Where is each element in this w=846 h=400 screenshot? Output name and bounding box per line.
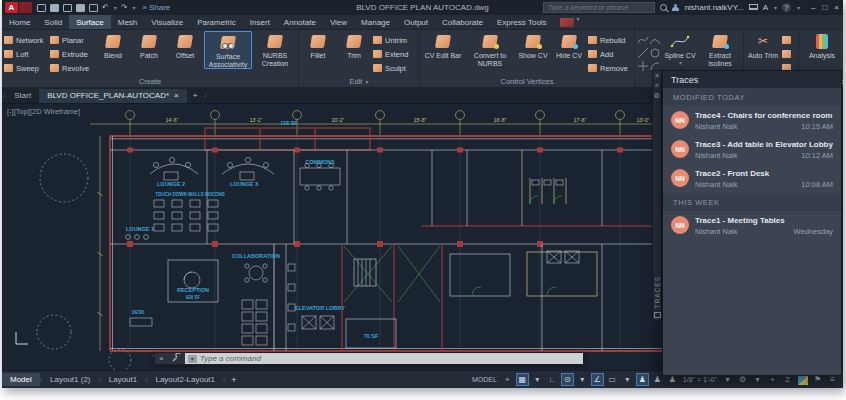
tab-visualize[interactable]: Visualize xyxy=(144,15,190,29)
tab-manage[interactable]: Manage xyxy=(354,15,397,29)
blend-button[interactable]: Blend xyxy=(96,31,130,60)
curve-tool-icon[interactable] xyxy=(649,47,661,60)
panel-label-create[interactable]: Create xyxy=(4,76,296,87)
curve-tool-icon[interactable] xyxy=(637,47,649,60)
ortho-toggle-icon[interactable]: ∟ xyxy=(546,373,559,386)
undo-icon[interactable]: ↶ xyxy=(102,4,109,12)
close-palette-icon[interactable]: × xyxy=(655,71,659,81)
project-geometry-icon[interactable] xyxy=(782,33,796,47)
panel-label-edit[interactable]: Edit ▾ xyxy=(301,76,417,87)
cart-icon[interactable] xyxy=(749,4,758,10)
command-input[interactable]: ▾ Type a command xyxy=(185,353,583,364)
trace-item[interactable]: NN Trace1 - Meeting Tables Nishant NaikW… xyxy=(663,211,841,240)
customize-command-icon[interactable] xyxy=(168,353,185,364)
app-menu-icon[interactable] xyxy=(19,2,32,13)
tab-view[interactable]: View xyxy=(323,15,354,29)
autodesk-menu[interactable]: A xyxy=(763,3,768,12)
extend-button[interactable]: Extend xyxy=(373,47,417,61)
maximize-button[interactable]: □ xyxy=(822,3,827,12)
ribbon-image-icon[interactable] xyxy=(560,18,574,27)
tab-annotate[interactable]: Annotate xyxy=(277,15,323,29)
user-name[interactable]: nishant.naikVY... xyxy=(685,3,744,12)
redo-dropdown-icon[interactable]: ▾ xyxy=(132,4,135,11)
patch-button[interactable]: Patch xyxy=(132,31,166,60)
snap-dropdown-icon[interactable]: ▾ xyxy=(621,373,634,386)
user-avatar-icon[interactable] xyxy=(672,4,680,12)
snap-icon[interactable]: ▭ xyxy=(606,373,619,386)
save-as-icon[interactable] xyxy=(76,4,85,12)
offset-button[interactable]: Offset xyxy=(168,31,202,60)
rebuild-button[interactable]: Rebuild xyxy=(588,33,632,47)
project-view-icon[interactable] xyxy=(782,47,796,61)
polar-tracking-icon[interactable]: ⊙ xyxy=(561,373,574,386)
extrude-button[interactable]: Extrude xyxy=(50,47,94,61)
trace-item[interactable]: NN Trace3 - Add table in Elevator Lobby … xyxy=(663,135,841,164)
plot-icon[interactable] xyxy=(89,4,98,12)
redo-icon[interactable]: ↷ xyxy=(121,4,128,12)
tab-model[interactable]: Model xyxy=(2,373,40,386)
network-button[interactable]: Network xyxy=(4,33,48,47)
autodesk-dropdown-icon[interactable]: ▾ xyxy=(774,4,777,11)
trace-item[interactable]: NN Trace4 - Chairs for conference room N… xyxy=(663,106,841,135)
curve-tool-icon[interactable] xyxy=(637,60,649,73)
hide-cv-button[interactable]: Hide CV xyxy=(552,31,586,60)
command-line[interactable]: × ▾ Type a command xyxy=(154,352,584,365)
tab-layout1-2[interactable]: Layout1 (2) xyxy=(42,373,98,386)
close-command-icon[interactable]: × xyxy=(155,354,168,363)
curve-tool-icon[interactable] xyxy=(649,34,661,47)
tab-start[interactable]: Start xyxy=(6,89,39,103)
isometric-drafting-icon[interactable]: ∠ xyxy=(591,373,604,386)
convert-to-nurbs-button[interactable]: Convert to NURBS xyxy=(466,31,514,67)
minimize-button[interactable]: – xyxy=(811,3,815,12)
tab-layout1[interactable]: Layout1 xyxy=(101,373,145,386)
analysis-button[interactable]: Analysis xyxy=(801,31,843,60)
close-tab-icon[interactable]: × xyxy=(174,91,179,100)
fillet-button[interactable]: Fillet xyxy=(301,31,335,60)
save-icon[interactable] xyxy=(63,4,72,12)
planar-button[interactable]: Planar xyxy=(50,33,94,47)
new-layout-button[interactable]: + xyxy=(225,375,242,385)
tab-output[interactable]: Output xyxy=(397,15,435,29)
trace-item[interactable]: NN Trace2 - Front Desk Nishant Naik10:08… xyxy=(663,164,841,193)
annotation-visibility-icon[interactable]: ♟ xyxy=(636,373,649,386)
sculpt-button[interactable]: Sculpt xyxy=(373,61,417,75)
surface-associativity-button[interactable]: Surface Associativity xyxy=(204,31,252,69)
untrim-button[interactable]: Untrim xyxy=(373,33,417,47)
spline-cv-button[interactable]: Spline CV▾ xyxy=(663,31,697,67)
crosshair-icon[interactable]: + xyxy=(501,373,514,386)
grid-dropdown-icon[interactable]: ▾ xyxy=(531,373,544,386)
cv-edit-bar-button[interactable]: CV Edit Bar xyxy=(422,31,464,60)
show-cv-button[interactable]: Show CV xyxy=(516,31,550,60)
ribbon-display-dropdown-icon[interactable]: ▾ xyxy=(577,15,580,29)
palette-grip-icon[interactable] xyxy=(654,312,661,318)
auto-trim-button[interactable]: ✂Auto Trim xyxy=(746,31,780,60)
tab-insert[interactable]: Insert xyxy=(243,15,277,29)
recent-commands-icon[interactable]: ▾ xyxy=(188,355,197,363)
search-icon[interactable] xyxy=(660,4,667,11)
autohide-pin-icon[interactable]: « xyxy=(655,81,659,91)
tab-mesh[interactable]: Mesh xyxy=(111,15,145,29)
remove-button[interactable]: Remove xyxy=(588,61,632,75)
panel-label-control-vertices[interactable]: Control Vertices xyxy=(422,76,632,87)
close-button[interactable]: × xyxy=(834,3,839,12)
tab-solid[interactable]: Solid xyxy=(37,15,69,29)
share-button[interactable]: »Share xyxy=(142,3,170,12)
help-icon[interactable]: ? xyxy=(782,3,791,12)
add-button[interactable]: Add xyxy=(588,47,632,61)
revolve-button[interactable]: Revolve xyxy=(50,61,94,75)
open-file-icon[interactable] xyxy=(50,4,59,12)
trim-button[interactable]: Trim xyxy=(337,31,371,60)
grid-toggle-icon[interactable]: ▦ xyxy=(516,373,529,386)
tab-drawing[interactable]: BLVD OFFICE_PLAN-AUTOCAD*× xyxy=(39,89,187,103)
model-space-label[interactable]: MODEL xyxy=(470,373,499,386)
loft-button[interactable]: Loft xyxy=(4,47,48,61)
palette-properties-icon[interactable]: ⚙ xyxy=(654,91,660,101)
sweep-button[interactable]: Sweep xyxy=(4,61,48,75)
autocad-logo-icon[interactable]: A xyxy=(5,2,18,13)
help-dropdown-icon[interactable]: ▾ xyxy=(797,4,800,11)
tab-collaborate[interactable]: Collaborate xyxy=(435,15,490,29)
blend-curve-icon[interactable] xyxy=(637,34,649,47)
extract-isolines-button[interactable]: Extract Isolines xyxy=(699,31,741,67)
new-drawing-button[interactable]: + xyxy=(187,89,204,103)
nurbs-creation-button[interactable]: NURBS Creation xyxy=(254,31,296,67)
